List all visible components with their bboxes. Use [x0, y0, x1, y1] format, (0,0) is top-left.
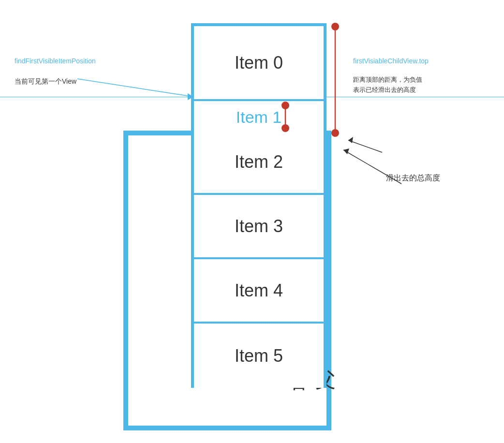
- first-visible-child-label: firstVisiableChildView.top: [353, 57, 429, 65]
- list-item: Item 5: [191, 324, 326, 388]
- item-3-label: Item 3: [235, 216, 283, 236]
- item-4-label: Item 4: [235, 281, 283, 301]
- svg-marker-11: [343, 148, 349, 154]
- svg-line-8: [348, 140, 382, 152]
- current-view-label: 当前可见第一个View: [15, 77, 76, 86]
- svg-line-6: [77, 79, 193, 97]
- list-item: Item 2: [191, 131, 326, 195]
- total-scroll-label: 滑出去的总高度: [386, 172, 440, 184]
- find-first-visible-label: findFirstVisibleItemPosition: [15, 57, 96, 65]
- list-item: Item 3: [191, 195, 326, 259]
- svg-point-1: [331, 23, 339, 30]
- item-1-label: Item 1: [236, 108, 282, 127]
- item-5-label: Item 5: [235, 346, 283, 366]
- diagram: Item 0 Item 1 父容器 Item 2 Item 3 Item 4 I…: [0, 0, 504, 443]
- item-0-label: Item 0: [235, 53, 283, 73]
- list-item: Item 4: [191, 259, 326, 324]
- item-2-label: Item 2: [235, 152, 283, 172]
- outer-items-list: Item 2 Item 3 Item 4 Item 5: [191, 131, 326, 388]
- distance-description: 距离顶部的距离，为负值 表示已经滑出去的高度: [353, 75, 422, 95]
- svg-point-2: [331, 129, 339, 137]
- list-item: Item 0: [194, 26, 324, 101]
- list-item: Item 1: [194, 101, 324, 135]
- svg-marker-9: [348, 137, 353, 143]
